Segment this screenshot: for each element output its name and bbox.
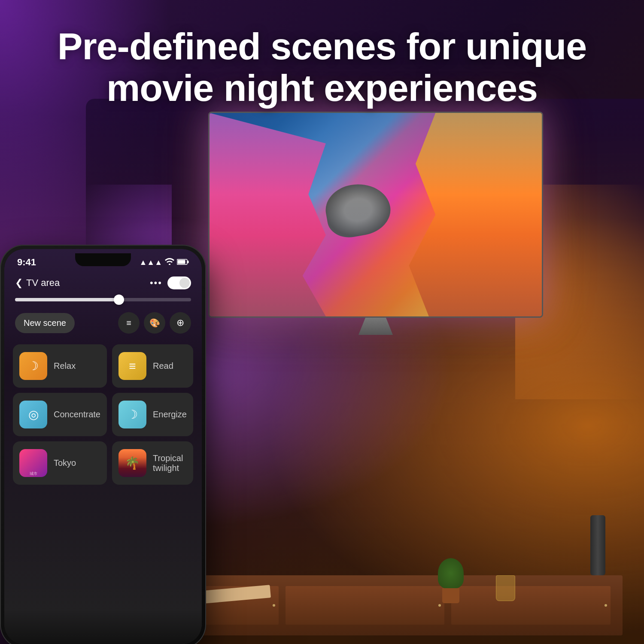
svg-point-0 (169, 264, 170, 265)
scene-label-tokyo: Tokyo (54, 458, 76, 468)
header: Pre-defined scenes for unique movie nigh… (23, 0, 621, 122)
tv-stand (358, 318, 393, 335)
wifi-icon (165, 258, 174, 267)
scene-label-energize: Energize (153, 410, 187, 419)
back-chevron-icon: ❮ (15, 277, 23, 289)
color-wheel-button[interactable]: ⊕ (170, 312, 191, 334)
glass-item (496, 575, 515, 601)
toggle-circle (179, 278, 190, 288)
scene-icon-tokyo: 城市 (19, 449, 47, 477)
header-title-line2: movie night experiences (106, 67, 538, 109)
plant-pot (442, 588, 459, 603)
tv-water-overlay (210, 113, 542, 316)
brightness-fill (15, 298, 121, 301)
back-button[interactable]: ❮ TV area (15, 277, 60, 289)
app-title: TV area (26, 277, 60, 289)
svg-rect-2 (178, 260, 185, 264)
plant-leaves (438, 558, 464, 588)
tv-screen (210, 113, 542, 316)
list-view-button[interactable]: ≡ (118, 312, 140, 334)
scene-label-read: Read (153, 361, 173, 371)
brightness-slider[interactable] (15, 298, 191, 301)
color-wheel-icon: ⊕ (176, 317, 184, 328)
list-icon: ≡ (126, 318, 131, 328)
scene-card-energize[interactable]: ☽ Energize (112, 393, 193, 436)
battery-icon (177, 258, 189, 267)
scenes-toolbar: New scene ≡ 🎨 ⊕ (4, 310, 202, 342)
plant-item (438, 558, 464, 601)
scene-card-concentrate[interactable]: ◎ Concentrate (13, 393, 107, 436)
scene-label-relax: Relax (54, 361, 76, 371)
scene-label-tropical-twilight: Tropical twilight (153, 453, 187, 473)
signal-icon: ▲▲▲ (140, 258, 162, 267)
phone-notch (75, 253, 131, 266)
tv-monitor (208, 112, 543, 318)
header-title: Pre-defined scenes for unique movie nigh… (58, 26, 587, 109)
page-container: Pre-defined scenes for unique movie nigh… (0, 0, 644, 644)
scene-card-read[interactable]: ≡ Read (112, 344, 193, 388)
phone-container: 9:41 ▲▲▲ (0, 245, 223, 644)
phone-bottom-gradient (4, 610, 202, 644)
toolbar-icons: ≡ 🎨 ⊕ (118, 312, 191, 334)
svg-rect-3 (188, 261, 189, 263)
scene-grid: ☽ Relax ≡ Read ◎ Concentrate (4, 342, 202, 487)
palette-button[interactable]: 🎨 (144, 312, 165, 334)
app-header: ❮ TV area ••• (4, 272, 202, 296)
scene-icon-relax: ☽ (19, 352, 47, 380)
scene-icon-concentrate: ◎ (19, 401, 47, 428)
scene-icon-tropical: 🌴 (118, 449, 146, 477)
scene-card-tropical-twilight[interactable]: 🌴 Tropical twilight (112, 441, 193, 485)
status-icons: ▲▲▲ (140, 258, 189, 267)
phone-inner: 9:41 ▲▲▲ (4, 249, 202, 644)
new-scene-button[interactable]: New scene (15, 313, 75, 333)
app-controls: ••• (150, 276, 191, 289)
phone-screen: 9:41 ▲▲▲ (4, 249, 202, 644)
header-title-line1: Pre-defined scenes for unique (58, 25, 587, 67)
scene-card-relax[interactable]: ☽ Relax (13, 344, 107, 388)
scene-card-tokyo[interactable]: 城市 Tokyo (13, 441, 107, 485)
scene-icon-read: ≡ (118, 352, 146, 380)
phone-outer: 9:41 ▲▲▲ (0, 245, 206, 644)
more-options-button[interactable]: ••• (150, 277, 162, 289)
power-toggle[interactable] (167, 276, 191, 289)
scene-label-concentrate: Concentrate (54, 410, 100, 419)
palette-icon: 🎨 (149, 318, 160, 328)
brightness-thumb (114, 295, 124, 305)
scene-icon-energize: ☽ (118, 401, 146, 428)
status-time: 9:41 (17, 257, 36, 268)
